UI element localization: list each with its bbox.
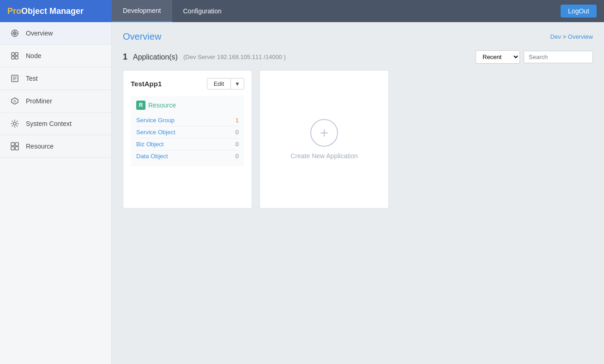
service-object-label[interactable]: Service Object — [136, 129, 175, 136]
resource-header: R Resource — [136, 101, 239, 110]
sidebar-item-node[interactable]: Node — [0, 45, 111, 67]
svg-rect-16 — [15, 143, 18, 146]
resource-row-data-object: Data Object 0 — [136, 150, 239, 162]
resource-title: Resource — [148, 101, 176, 109]
edit-dropdown-button[interactable]: ▼ — [230, 79, 244, 89]
page-header: Overview Dev > Overview — [123, 31, 593, 42]
create-new-app-label: Create New Application — [290, 152, 358, 160]
section-header: 1 Application(s) (Dev Server 192.168.105… — [123, 50, 593, 64]
sidebar-item-node-label: Node — [26, 52, 41, 60]
service-group-label[interactable]: Service Group — [136, 117, 175, 124]
resource-row-service-group: Service Group 1 — [136, 114, 239, 126]
system-context-icon — [8, 119, 21, 128]
layout: Overview Node Te — [0, 22, 604, 364]
sidebar-item-resource-label: Resource — [26, 143, 54, 150]
biz-object-label[interactable]: Biz Object — [136, 141, 163, 148]
data-object-count: 0 — [236, 153, 239, 160]
app-card: TestApp1 Edit ▼ R Resource Service Group… — [123, 70, 252, 209]
logout-button[interactable]: LogOut — [561, 5, 597, 18]
breadcrumb: Dev > Overview — [550, 33, 593, 40]
app-count: 1 — [123, 52, 127, 62]
sidebar-item-overview-label: Overview — [26, 30, 53, 37]
edit-button[interactable]: Edit — [207, 78, 230, 89]
app-name: TestApp1 — [131, 80, 162, 88]
sidebar-item-resource[interactable]: Resource — [0, 135, 111, 158]
breadcrumb-root[interactable]: Dev — [550, 33, 561, 40]
breadcrumb-current[interactable]: Overview — [568, 33, 593, 40]
data-object-label[interactable]: Data Object — [136, 153, 168, 160]
app-count-label: Application(s) — [133, 53, 178, 61]
page-title: Overview — [123, 31, 161, 42]
logo-text: ProObject Manager — [7, 6, 84, 16]
edit-btn-wrap: Edit ▼ — [207, 78, 244, 90]
resource-badge: R — [136, 101, 145, 110]
svg-rect-4 — [12, 53, 14, 55]
server-info: (Dev Server 192.168.105.111 /14000 ) — [183, 54, 286, 60]
svg-marker-13 — [13, 100, 16, 103]
service-object-count: 0 — [236, 129, 239, 136]
topbar: ProObject Manager Development Configurat… — [0, 0, 604, 22]
test-icon — [8, 74, 21, 83]
svg-rect-17 — [11, 147, 14, 150]
resource-row-biz-object: Biz Object 0 — [136, 138, 239, 150]
app-card-header: TestApp1 Edit ▼ — [131, 78, 244, 90]
resource-section: R Resource Service Group 1 Service Objec… — [131, 96, 244, 167]
sidebar: Overview Node Te — [0, 22, 112, 364]
plus-icon: + — [310, 119, 338, 147]
biz-object-count: 0 — [236, 141, 239, 148]
sidebar-item-test-label: Test — [26, 75, 38, 82]
filter-select[interactable]: Recent All Favorites — [476, 50, 520, 64]
service-group-count: 1 — [236, 117, 239, 124]
svg-rect-6 — [12, 56, 14, 59]
create-new-app-card[interactable]: + Create New Application — [260, 70, 389, 209]
overview-icon — [8, 29, 21, 38]
logo: ProObject Manager — [0, 0, 112, 22]
svg-rect-7 — [15, 56, 18, 59]
filter-area: Recent All Favorites — [476, 50, 593, 64]
main-content: Overview Dev > Overview 1 Application(s)… — [112, 22, 604, 364]
resource-row-service-object: Service Object 0 — [136, 126, 239, 138]
nav-tabs: Development Configuration — [112, 0, 561, 22]
cards-row: TestApp1 Edit ▼ R Resource Service Group… — [123, 70, 593, 209]
prominer-icon — [8, 96, 21, 106]
search-input[interactable] — [524, 51, 593, 63]
svg-rect-18 — [15, 147, 18, 150]
sidebar-item-prominer-label: ProMiner — [26, 97, 52, 105]
sidebar-item-prominer[interactable]: ProMiner — [0, 90, 111, 113]
sidebar-item-test[interactable]: Test — [0, 67, 111, 90]
svg-rect-5 — [15, 53, 18, 55]
svg-rect-15 — [11, 143, 14, 146]
breadcrumb-separator: > — [563, 33, 568, 40]
sidebar-item-system-context-label: System Context — [26, 120, 72, 127]
svg-point-14 — [13, 122, 16, 125]
sidebar-item-system-context[interactable]: System Context — [0, 113, 111, 135]
sidebar-item-overview[interactable]: Overview — [0, 22, 111, 45]
resource-icon — [8, 142, 21, 151]
tab-development[interactable]: Development — [112, 0, 172, 22]
tab-configuration[interactable]: Configuration — [172, 0, 233, 22]
node-icon — [8, 51, 21, 60]
